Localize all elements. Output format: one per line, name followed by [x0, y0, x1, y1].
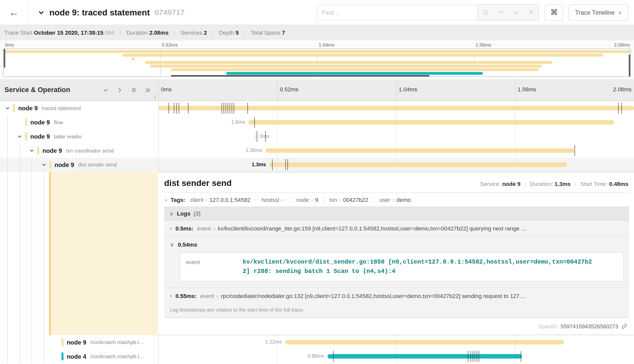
- span-row[interactable]: node 9dist sender send1.3ms: [0, 158, 634, 172]
- tags-row[interactable]: ›Tags:client=127.0.0.1:54582|hostssl=|no…: [164, 193, 629, 206]
- trace-timeline-page: ← node 9: traced statement 6749717: [0, 0, 634, 364]
- total-spans-label: Total Spans: [251, 30, 280, 36]
- trace-stats-bar: Trace Start October 15 2020, 17:38:15.08…: [0, 25, 634, 40]
- span-operation-name: flow: [54, 119, 63, 125]
- chevron-down-icon: ∨: [170, 210, 173, 217]
- trace-id: 6749717: [155, 8, 184, 17]
- span-row-label-cell[interactable]: node 9flow: [0, 115, 158, 129]
- minimap-canvas[interactable]: [3, 49, 631, 77]
- minimap-right-drag-handle[interactable]: [629, 55, 630, 76]
- deep-link-icon[interactable]: [621, 323, 628, 330]
- tag-equals: =: [392, 197, 395, 203]
- span-bar[interactable]: [248, 120, 614, 125]
- focus-match-icon[interactable]: [481, 8, 490, 17]
- span-operation-name: /cockroach.roachpb.I…: [90, 339, 144, 345]
- span-bar[interactable]: [266, 148, 575, 153]
- collapse-all-double-chevron-down-icon[interactable]: [130, 86, 138, 94]
- span-service-name: node 9: [30, 119, 50, 126]
- span-log-tick: [234, 103, 234, 114]
- span-expand-chevron-icon[interactable]: [16, 134, 23, 139]
- span-operation-name: dist sender send: [78, 162, 117, 168]
- span-bar[interactable]: [255, 134, 256, 139]
- view-selector-label: Trace Timeline: [575, 9, 615, 16]
- logs-section-header[interactable]: ∨Logs (3): [164, 206, 629, 220]
- span-timeline-cell[interactable]: 0.85ms: [158, 349, 634, 363]
- span-timeline-cell[interactable]: 0ms: [158, 129, 634, 143]
- span-timeline-cell[interactable]: 1.6ms: [158, 115, 634, 129]
- duration-label: Duration: [126, 30, 148, 36]
- span-timeline-cell[interactable]: 1.22ms: [158, 335, 634, 349]
- span-log-tick: [471, 351, 471, 362]
- span-log-tick: [232, 103, 232, 114]
- span-timeline-cell[interactable]: 1.35ms: [158, 143, 634, 158]
- minimap-viewport-indicator[interactable]: [171, 75, 429, 76]
- span-row[interactable]: node 9table reader0ms: [0, 129, 634, 143]
- tag-equals: =: [339, 197, 341, 203]
- collapse-trace-chevron-icon[interactable]: [37, 8, 45, 16]
- span-bar[interactable]: [285, 340, 564, 345]
- ruler-tick-label: 0.52ms: [280, 86, 298, 93]
- minimap-span-bar: [145, 61, 552, 64]
- span-bar[interactable]: [269, 162, 567, 167]
- span-row[interactable]: node 9flow1.6ms: [0, 115, 634, 129]
- ruler-tick-label: 1.04ms: [399, 86, 417, 93]
- span-row[interactable]: node 9txn coordinator send1.35ms: [0, 143, 634, 158]
- span-timeline-cell[interactable]: 1.3ms: [158, 158, 634, 172]
- column-resize-handle[interactable]: ∥: [154, 94, 156, 99]
- page-title: node 9: traced statement: [49, 8, 150, 17]
- span-row[interactable]: node 4/cockroach.roachpb.I…0.85ms: [0, 349, 634, 363]
- meta-value: node 9: [502, 181, 520, 187]
- tag-key: client: [190, 197, 203, 203]
- span-row[interactable]: node 9traced statement: [0, 101, 634, 115]
- span-log-tick: [618, 103, 619, 114]
- span-row-label-cell[interactable]: node 9/cockroach.roachpb.I…: [0, 335, 158, 349]
- span-duration-label: 1.3ms: [252, 162, 266, 167]
- minimap-left-drag-handle[interactable]: [4, 49, 5, 68]
- span-expand-chevron-icon[interactable]: [28, 148, 35, 153]
- span-timeline-cell[interactable]: [158, 101, 634, 115]
- chevron-right-icon: ›: [165, 196, 167, 203]
- span-detail-accent-bar: [49, 172, 51, 335]
- chevron-right-icon: ›: [170, 292, 172, 299]
- expand-all-double-chevron-right-icon[interactable]: [144, 86, 152, 94]
- find-input[interactable]: [317, 4, 478, 20]
- meta-separator: |: [524, 181, 526, 187]
- span-row-label-cell[interactable]: node 9txn coordinator send: [0, 143, 158, 158]
- log-entry-line[interactable]: ∨0.54ms: [170, 241, 623, 248]
- span-log-tick: [188, 103, 188, 114]
- tags-label: Tags:: [171, 197, 185, 203]
- span-expand-chevron-icon[interactable]: [4, 105, 11, 111]
- expand-one-chevron-right-icon[interactable]: [116, 86, 123, 94]
- span-log-tick: [272, 159, 272, 170]
- log-entry-line[interactable]: ›0.5ms:event=kv/kvclient/kvcoord/range_i…: [170, 225, 623, 231]
- top-bar: ← node 9: traced statement 6749717: [0, 0, 634, 25]
- span-expand-chevron-icon[interactable]: [40, 162, 47, 167]
- ruler-tick-label: 2.08ms: [613, 86, 631, 93]
- next-match-icon[interactable]: [511, 8, 521, 17]
- span-log-tick: [226, 103, 226, 114]
- collapse-one-chevron-down-icon[interactable]: [102, 86, 109, 94]
- span-row-label-cell[interactable]: node 9table reader: [0, 129, 158, 143]
- span-log-tick: [255, 117, 255, 128]
- depth-label: Depth: [219, 30, 234, 36]
- tag-key: txn: [329, 197, 337, 203]
- meta-value: 1.3ms: [555, 181, 570, 187]
- log-timestamp: 0.5ms:: [176, 225, 194, 231]
- span-row-label-cell[interactable]: node 9dist sender send: [0, 158, 158, 172]
- minimap-span-bar: [132, 57, 135, 60]
- span-row[interactable]: node 9/cockroach.roachpb.I…1.22ms: [0, 335, 634, 349]
- prev-match-icon[interactable]: [496, 8, 505, 17]
- trace-start-value: October 15 2020, 17:38:15: [34, 30, 103, 36]
- view-selector-button[interactable]: Trace Timeline ∨: [569, 4, 628, 20]
- minimap-span-bar: [122, 54, 603, 57]
- span-bar[interactable]: [327, 354, 522, 359]
- span-row-label-cell[interactable]: node 9traced statement: [0, 101, 158, 115]
- clear-find-icon[interactable]: [526, 8, 536, 17]
- span-row-label-cell[interactable]: node 4/cockroach.roachpb.I…: [0, 349, 158, 363]
- log-entry-line[interactable]: ›0.55ms:event=rpc/nodedialer/nodedialer.…: [170, 292, 623, 299]
- logs-label: Logs: [177, 210, 190, 217]
- services-value: 2: [204, 30, 207, 36]
- keyboard-shortcuts-button[interactable]: ⌘: [545, 4, 563, 20]
- back-button[interactable]: ←: [0, 0, 28, 25]
- span-color-bar: [25, 118, 27, 126]
